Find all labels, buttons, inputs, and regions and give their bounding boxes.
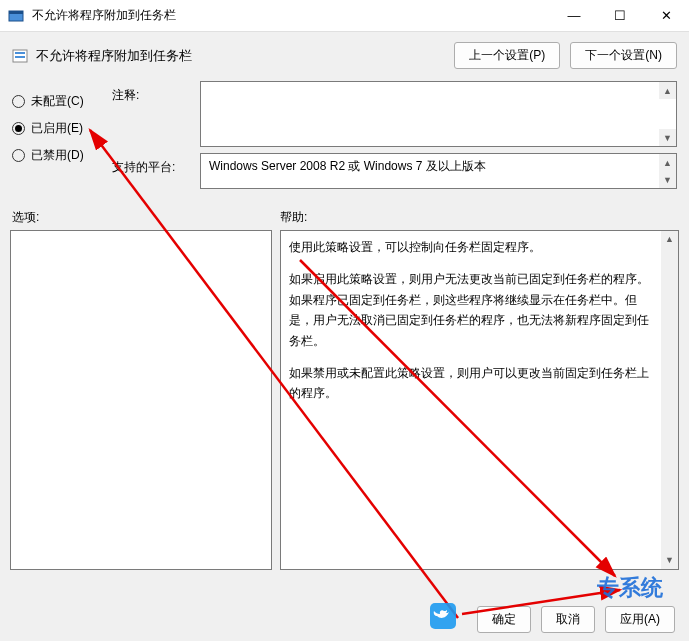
- window-title: 不允许将程序附加到任务栏: [32, 7, 551, 24]
- policy-title: 不允许将程序附加到任务栏: [36, 47, 454, 65]
- cancel-button[interactable]: 取消: [541, 606, 595, 633]
- next-setting-button[interactable]: 下一个设置(N): [570, 42, 677, 69]
- state-radios: 未配置(C) 已启用(E) 已禁用(D): [12, 75, 112, 195]
- comment-label: 注释:: [112, 81, 200, 104]
- close-button[interactable]: ✕: [643, 0, 689, 31]
- comment-textarea[interactable]: ▲ ▼: [200, 81, 677, 147]
- radio-label: 已启用(E): [31, 120, 83, 137]
- platform-text: Windows Server 2008 R2 或 Windows 7 及以上版本: [209, 159, 486, 173]
- svg-rect-1: [9, 11, 23, 14]
- radio-dot-icon: [12, 149, 25, 162]
- scroll-down-icon[interactable]: ▼: [661, 552, 678, 569]
- scroll-down-icon[interactable]: ▼: [659, 171, 676, 188]
- header-row: 不允许将程序附加到任务栏 上一个设置(P) 下一个设置(N): [0, 32, 689, 75]
- options-panel: [10, 230, 272, 570]
- svg-rect-4: [15, 56, 25, 58]
- minimize-button[interactable]: —: [551, 0, 597, 31]
- titlebar: 不允许将程序附加到任务栏 — ☐ ✕: [0, 0, 689, 32]
- help-paragraph: 如果启用此策略设置，则用户无法更改当前已固定到任务栏的程序。如果程序已固定到任务…: [289, 269, 658, 351]
- radio-enabled[interactable]: 已启用(E): [12, 120, 112, 137]
- apply-button[interactable]: 应用(A): [605, 606, 675, 633]
- help-section-label: 帮助:: [280, 209, 307, 226]
- watermark: 专系统: [597, 573, 663, 603]
- scroll-up-icon[interactable]: ▲: [659, 154, 676, 171]
- scroll-down-icon[interactable]: ▼: [659, 129, 676, 146]
- radio-dot-icon: [12, 95, 25, 108]
- ok-button[interactable]: 确定: [477, 606, 531, 633]
- scroll-up-icon[interactable]: ▲: [659, 82, 676, 99]
- platform-box: Windows Server 2008 R2 或 Windows 7 及以上版本…: [200, 153, 677, 189]
- radio-disabled[interactable]: 已禁用(D): [12, 147, 112, 164]
- svg-rect-3: [15, 52, 25, 54]
- app-icon: [8, 8, 24, 24]
- policy-icon: [12, 48, 28, 64]
- dialog-footer: 确定 取消 应用(A): [477, 606, 675, 633]
- maximize-button[interactable]: ☐: [597, 0, 643, 31]
- radio-label: 已禁用(D): [31, 147, 84, 164]
- radio-dot-icon: [12, 122, 25, 135]
- help-paragraph: 使用此策略设置，可以控制向任务栏固定程序。: [289, 237, 658, 257]
- watermark-logo: [430, 602, 456, 629]
- help-panel: 使用此策略设置，可以控制向任务栏固定程序。 如果启用此策略设置，则用户无法更改当…: [280, 230, 679, 570]
- radio-not-configured[interactable]: 未配置(C): [12, 93, 112, 110]
- scroll-up-icon[interactable]: ▲: [661, 231, 678, 248]
- help-paragraph: 如果禁用或未配置此策略设置，则用户可以更改当前固定到任务栏上的程序。: [289, 363, 658, 404]
- radio-label: 未配置(C): [31, 93, 84, 110]
- prev-setting-button[interactable]: 上一个设置(P): [454, 42, 560, 69]
- options-section-label: 选项:: [12, 209, 280, 226]
- scrollbar[interactable]: ▲ ▼: [661, 231, 678, 569]
- window-controls: — ☐ ✕: [551, 0, 689, 31]
- platform-label: 支持的平台:: [112, 153, 200, 176]
